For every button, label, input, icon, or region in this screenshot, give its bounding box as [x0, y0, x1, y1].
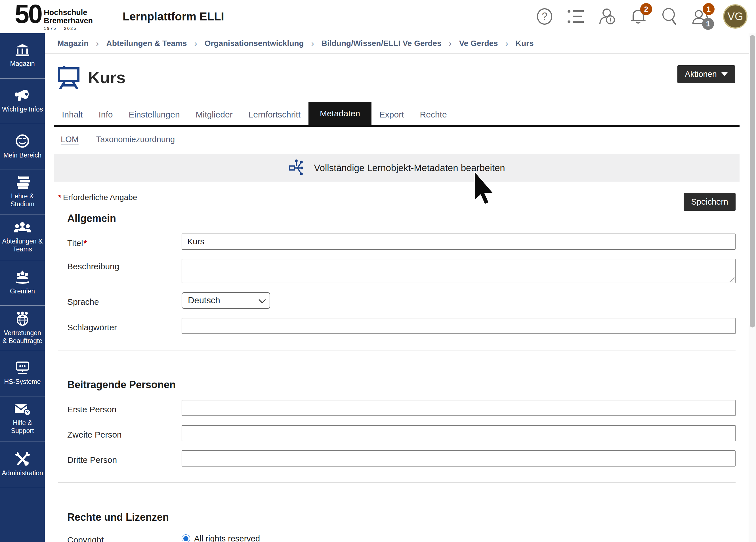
sidebar-item-gremien[interactable]: Gremien: [0, 260, 45, 306]
breadcrumb: Magazin › Abteilungen & Teams › Organisa…: [45, 33, 749, 54]
actions-button[interactable]: Aktionen: [677, 65, 735, 83]
tab-bar: Inhalt Info Einstellungen Mitglieder Ler…: [54, 102, 740, 127]
app-window: 50 Hochschule Bremerhaven 1975 – 2025 Le…: [0, 0, 756, 542]
copyright-radio[interactable]: [182, 534, 190, 542]
smiley-icon: [15, 134, 30, 148]
sidebar-item-wichtige-infos[interactable]: Wichtige Infos: [0, 79, 45, 124]
schlagwoerter-input[interactable]: [182, 318, 736, 334]
titel-input[interactable]: [182, 234, 736, 250]
dritte-person-input[interactable]: [182, 450, 736, 467]
logo-50-mark: 50: [15, 2, 41, 26]
subtab-taxonomiezuordnung[interactable]: Taxonomiezuordnung: [96, 135, 175, 144]
mail-question-icon: ?: [14, 403, 31, 416]
field-sprache: Sprache Deutsch: [67, 292, 736, 309]
breadcrumb-bildung-wissen[interactable]: Bildung/Wissen/ELLI Ve Gerdes: [322, 39, 442, 48]
tab-einstellungen[interactable]: Einstellungen: [121, 104, 188, 125]
svg-text:?: ?: [26, 410, 29, 415]
breadcrumb-separator: ›: [311, 39, 314, 48]
contacts-button[interactable]: 1 1: [692, 8, 709, 25]
tab-info[interactable]: Info: [91, 104, 121, 125]
group-icon: [14, 222, 31, 234]
books-icon: [14, 176, 30, 189]
breadcrumb-magazin[interactable]: Magazin: [57, 39, 89, 48]
dritte-person-label: Dritte Person: [67, 452, 182, 465]
field-titel: Titel*: [67, 234, 736, 250]
tools-icon: [15, 452, 30, 466]
vertical-scrollbar[interactable]: [749, 33, 756, 542]
monitor-icon: [15, 362, 30, 375]
breadcrumb-organisationsentwicklung[interactable]: Organisationsentwicklung: [205, 39, 304, 48]
sidebar-item-vertretungen[interactable]: Vertretungen & Beauftragte: [0, 306, 45, 351]
help-button[interactable]: ?: [536, 8, 553, 25]
committee-icon: [14, 270, 30, 284]
top-header: 50 Hochschule Bremerhaven 1975 – 2025 Le…: [0, 0, 756, 33]
notifications-badge: 2: [640, 3, 652, 15]
sidebar-empty-space: [0, 487, 45, 542]
form-action-row: *Erforderliche Angabe Speichern: [58, 193, 736, 211]
required-note: *Erforderliche Angabe: [58, 193, 137, 202]
sidebar-item-hilfe-support[interactable]: ? Hilfe & Support: [0, 396, 45, 442]
avatar[interactable]: VG: [723, 4, 747, 29]
breadcrumb-separator: ›: [505, 39, 508, 48]
erste-person-input[interactable]: [182, 400, 736, 416]
beschreibung-textarea[interactable]: [182, 259, 736, 283]
user-alert-icon: !: [598, 8, 616, 25]
caret-down-icon: [721, 72, 728, 76]
sidebar-item-abteilungen-teams[interactable]: Abteilungen & Teams: [0, 215, 45, 260]
sidebar-item-administration[interactable]: Administration: [0, 442, 45, 487]
lists-button[interactable]: [567, 8, 585, 25]
sidebar-item-hs-systeme[interactable]: HS-Systeme: [0, 351, 45, 396]
section-beitragende-personen: Beitragende Personen: [67, 379, 736, 391]
contacts-badge-new: 1: [703, 3, 715, 15]
tab-rechte[interactable]: Rechte: [412, 104, 455, 125]
subtab-bar: LOM Taxonomiezuordnung: [61, 135, 749, 144]
copyright-label: Copyright: [67, 532, 182, 542]
tab-export[interactable]: Export: [371, 104, 412, 125]
bullet-list-icon: [567, 9, 584, 24]
sidebar-item-lehre-studium[interactable]: Lehre & Studium: [0, 169, 45, 215]
tab-metadaten[interactable]: Metadaten: [308, 102, 371, 125]
breadcrumb-separator: ›: [194, 39, 197, 48]
page-header: Kurs: [57, 65, 749, 89]
awareness-button[interactable]: !: [598, 8, 616, 25]
university-logo[interactable]: 50 Hochschule Bremerhaven 1975 – 2025: [15, 2, 93, 31]
breadcrumb-separator: ›: [96, 39, 99, 48]
metadata-form: Allgemein Titel* Beschreibung Sprache: [67, 213, 736, 542]
schlagwoerter-label: Schlagwörter: [67, 320, 182, 332]
field-copyright: Copyright All rights reserved: [67, 532, 736, 542]
sprache-select[interactable]: Deutsch: [182, 292, 270, 309]
logo-years: 1975 – 2025: [44, 26, 93, 31]
tab-inhalt[interactable]: Inhalt: [54, 104, 91, 125]
scrollbar-thumb[interactable]: [750, 35, 755, 327]
breadcrumb-kurs[interactable]: Kurs: [516, 39, 534, 48]
breadcrumb-abteilungen[interactable]: Abteilungen & Teams: [106, 39, 187, 48]
logo-line1: Hochschule: [44, 9, 93, 17]
svg-text:!: !: [609, 16, 612, 24]
save-button[interactable]: Speichern: [684, 193, 736, 211]
app-title: Lernplattform ELLI: [123, 10, 224, 23]
subtab-lom[interactable]: LOM: [61, 135, 79, 144]
resize-grip-icon[interactable]: [729, 277, 734, 282]
contacts-badge-secondary: 1: [702, 18, 714, 30]
copyright-option-label: All rights reserved: [194, 534, 260, 542]
sidebar-item-magazin[interactable]: Magazin: [0, 33, 45, 79]
course-easel-icon: [57, 65, 81, 89]
breadcrumb-separator: ›: [449, 39, 452, 48]
notifications-button[interactable]: 2: [629, 8, 647, 25]
sidebar-item-mein-bereich[interactable]: Mein Bereich: [0, 124, 45, 169]
breadcrumb-ve-gerdes[interactable]: Ve Gerdes: [459, 39, 498, 48]
zweite-person-input[interactable]: [182, 425, 736, 441]
metadata-tree-icon: [288, 159, 306, 177]
section-rechte-lizenzen: Rechte und Lizenzen: [67, 511, 736, 523]
tab-mitglieder[interactable]: Mitglieder: [188, 104, 241, 125]
section-divider: [58, 482, 736, 483]
help-icon: ?: [536, 8, 553, 25]
tab-lernfortschritt[interactable]: Lernfortschritt: [241, 104, 308, 125]
edit-full-metadata-banner[interactable]: Vollständige Lernobjekt-Metadaten bearbe…: [54, 154, 740, 182]
titel-label: Titel*: [67, 236, 182, 248]
field-dritte-person: Dritte Person: [67, 450, 736, 467]
main-content: Magazin › Abteilungen & Teams › Organisa…: [45, 33, 756, 542]
search-button[interactable]: [661, 8, 678, 25]
erste-person-label: Erste Person: [67, 402, 182, 414]
field-schlagwoerter: Schlagwörter: [67, 318, 736, 334]
